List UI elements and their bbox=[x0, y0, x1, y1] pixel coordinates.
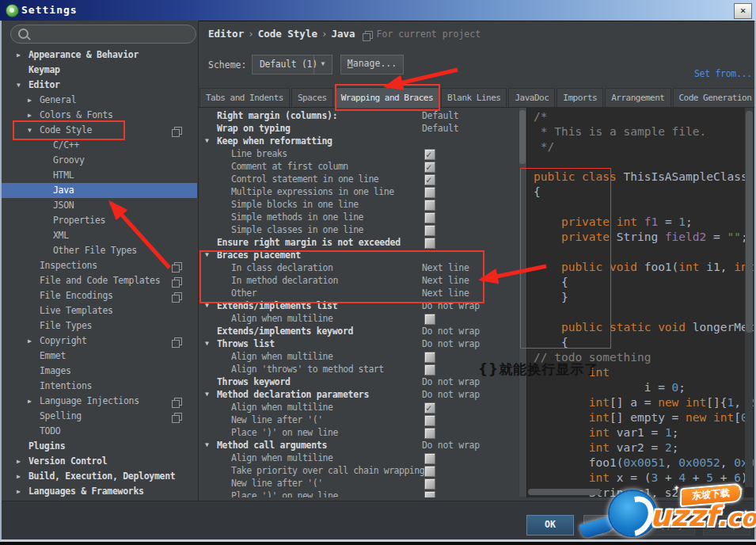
settings-row-take-priority-over-call-chain-wrapping[interactable]: Take priority over call chain wrapping bbox=[198, 464, 526, 477]
sidebar-item-xml[interactable]: XML bbox=[2, 228, 197, 243]
chevron-down-icon[interactable]: ▼ bbox=[17, 78, 21, 93]
chevron-down-icon[interactable]: ▼ bbox=[205, 249, 209, 261]
chevron-right-icon[interactable]: ▶ bbox=[28, 93, 32, 108]
ok-button[interactable]: OK bbox=[526, 515, 574, 535]
title-bar[interactable]: Settings ✕ bbox=[0, 0, 756, 21]
settings-row-wrap-on-typing[interactable]: Wrap on typingDefault bbox=[198, 122, 526, 135]
cancel-button[interactable]: Cancel bbox=[583, 515, 636, 535]
chevron-down-icon[interactable]: ▼ bbox=[28, 123, 32, 138]
checkbox[interactable] bbox=[424, 428, 435, 439]
breadcrumb-item-java[interactable]: Java bbox=[331, 28, 355, 40]
settings-row-multiple-expressions-in-one-line[interactable]: Multiple expressions in one line bbox=[198, 185, 526, 198]
sidebar-item-languages-frameworks[interactable]: ▶Languages & Frameworks bbox=[2, 484, 197, 499]
sidebar-item-java[interactable]: Java bbox=[2, 183, 197, 198]
help-button[interactable]: Help bbox=[703, 515, 750, 535]
settings-scrollbar-thumb[interactable] bbox=[519, 110, 526, 164]
close-icon[interactable]: ✕ bbox=[734, 3, 752, 19]
checkbox[interactable] bbox=[424, 200, 435, 211]
breadcrumb-item-code-style[interactable]: Code Style bbox=[258, 28, 317, 40]
chevron-right-icon[interactable]: ▶ bbox=[17, 48, 21, 63]
settings-row-value[interactable]: Do not wrap bbox=[422, 325, 480, 337]
tab-arrangement[interactable]: Arrangement bbox=[605, 88, 671, 107]
sidebar-item-other-file-types[interactable]: Other File Types bbox=[2, 243, 197, 258]
sidebar-item-emmet[interactable]: Emmet bbox=[2, 349, 197, 364]
settings-row-method-call-arguments[interactable]: ▼Method call argumentsDo not wrap bbox=[198, 439, 526, 452]
checkbox[interactable] bbox=[424, 352, 435, 363]
preview-vertical-scrollbar-thumb[interactable] bbox=[746, 111, 753, 333]
chevron-right-icon[interactable]: ▶ bbox=[28, 108, 32, 123]
apply-button[interactable]: Apply bbox=[644, 515, 695, 535]
settings-row-ensure-right-margin-is-not-exceeded[interactable]: Ensure right margin is not exceeded bbox=[198, 236, 526, 249]
settings-row-place-on-new-line[interactable]: Place ')' on new line bbox=[198, 490, 526, 497]
settings-row-value[interactable]: Do not wrap bbox=[422, 299, 480, 312]
sidebar-item-properties[interactable]: Properties bbox=[2, 213, 197, 228]
checkbox[interactable] bbox=[424, 238, 435, 249]
sidebar-item-intentions[interactable]: Intentions bbox=[2, 379, 197, 394]
settings-row-new-line-after[interactable]: New line after '(' bbox=[198, 414, 526, 426]
chevron-down-icon[interactable]: ▼ bbox=[205, 337, 209, 350]
tab-tabs-and-indents[interactable]: Tabs and Indents bbox=[199, 88, 290, 107]
settings-row-place-on-new-line[interactable]: Place ')' on new line bbox=[198, 426, 526, 439]
tab-imports[interactable]: Imports bbox=[557, 88, 603, 107]
sidebar-item-copyright[interactable]: ▶Copyright bbox=[2, 333, 197, 349]
settings-row-value[interactable]: Default bbox=[422, 109, 458, 122]
chevron-down-icon[interactable]: ▼ bbox=[205, 135, 209, 147]
manage-button[interactable]: Manage... bbox=[340, 55, 404, 74]
settings-row-keep-when-reformatting[interactable]: ▼Keep when reformatting bbox=[198, 135, 526, 147]
scheme-select[interactable]: Default (1) ▼ bbox=[252, 55, 332, 74]
sidebar-item-appearance-behavior[interactable]: ▶Appearance & Behavior bbox=[2, 48, 197, 63]
sidebar-item-file-types[interactable]: File Types bbox=[2, 318, 197, 333]
settings-row-value[interactable]: Default bbox=[422, 122, 458, 135]
sidebar-item-code-style[interactable]: ▼Code Style bbox=[2, 123, 197, 138]
chevron-right-icon[interactable]: ▶ bbox=[17, 469, 21, 484]
settings-row-simple-classes-in-one-line[interactable]: Simple classes in one line bbox=[198, 223, 526, 236]
tab-code-generation[interactable]: Code Generation bbox=[673, 88, 756, 107]
settings-row-in-class-declaration[interactable]: In class declarationNext line bbox=[198, 261, 526, 274]
sidebar-item-build-execution-deployment[interactable]: ▶Build, Execution, Deployment bbox=[2, 469, 197, 484]
sidebar-item-version-control[interactable]: ▶Version Control bbox=[2, 454, 197, 469]
settings-row-value[interactable]: Do not wrap bbox=[422, 439, 480, 452]
checkbox[interactable] bbox=[424, 364, 435, 375]
breadcrumb-item-editor[interactable]: Editor bbox=[208, 28, 244, 40]
settings-row-value[interactable]: Next line bbox=[422, 274, 469, 287]
sidebar-item-json[interactable]: JSON bbox=[2, 198, 197, 213]
sidebar-item-colors-fonts[interactable]: ▶Colors & Fonts bbox=[2, 108, 197, 123]
checkbox[interactable] bbox=[424, 415, 435, 426]
settings-row-align-when-multiline[interactable]: Align when multiline bbox=[198, 312, 526, 325]
checkbox[interactable] bbox=[424, 453, 435, 464]
sidebar-item-images[interactable]: Images bbox=[2, 364, 197, 379]
settings-row-simple-blocks-in-one-line[interactable]: Simple blocks in one line bbox=[198, 198, 526, 211]
settings-scrollbar[interactable] bbox=[519, 108, 526, 497]
checkbox[interactable] bbox=[424, 478, 435, 490]
sidebar-item-file-and-code-templates[interactable]: File and Code Templates bbox=[2, 273, 197, 288]
chevron-down-icon[interactable]: ▼ bbox=[313, 55, 332, 74]
settings-row-control-statement-in-one-line[interactable]: Control statement in one line bbox=[198, 173, 526, 185]
settings-row-value[interactable]: Do not wrap bbox=[422, 388, 480, 401]
chevron-right-icon[interactable]: ▶ bbox=[17, 454, 21, 469]
search-input[interactable] bbox=[10, 25, 196, 44]
sidebar-item-c-c[interactable]: C/C++ bbox=[2, 138, 197, 153]
tab-wrapping-and-braces[interactable]: Wrapping and Braces bbox=[335, 87, 439, 108]
chevron-right-icon[interactable]: ▶ bbox=[28, 394, 32, 409]
tab-javadoc[interactable]: JavaDoc bbox=[508, 88, 555, 107]
checkbox[interactable] bbox=[424, 212, 435, 223]
tab-spaces[interactable]: Spaces bbox=[291, 88, 333, 107]
sidebar-item-html[interactable]: HTML bbox=[2, 168, 197, 183]
chevron-down-icon[interactable]: ▼ bbox=[205, 439, 209, 452]
checkbox[interactable] bbox=[424, 187, 435, 198]
sidebar-item-live-templates[interactable]: Live Templates bbox=[2, 303, 197, 318]
checkbox[interactable] bbox=[424, 314, 435, 325]
settings-row-extends-implements-keyword[interactable]: Extends/implements keywordDo not wrap bbox=[198, 325, 526, 337]
checkbox[interactable] bbox=[424, 491, 435, 497]
chevron-right-icon[interactable]: ▶ bbox=[28, 333, 32, 349]
set-from-link[interactable]: Set from... bbox=[694, 68, 752, 79]
settings-row-value[interactable]: Do not wrap bbox=[422, 337, 480, 350]
settings-row-throws-keyword[interactable]: Throws keywordDo not wrap bbox=[198, 375, 526, 388]
settings-row-align-when-multiline[interactable]: Align when multiline bbox=[198, 350, 526, 363]
sidebar-item-keymap[interactable]: Keymap bbox=[2, 63, 197, 78]
settings-row-throws-list[interactable]: ▼Throws listDo not wrap bbox=[198, 337, 526, 350]
settings-row-extends-implements-list[interactable]: ▼Extends/implements listDo not wrap bbox=[198, 299, 526, 312]
checkbox[interactable] bbox=[424, 162, 435, 173]
settings-row-comment-at-first-column[interactable]: Comment at first column bbox=[198, 160, 526, 173]
settings-row-other[interactable]: OtherNext line bbox=[198, 287, 526, 299]
